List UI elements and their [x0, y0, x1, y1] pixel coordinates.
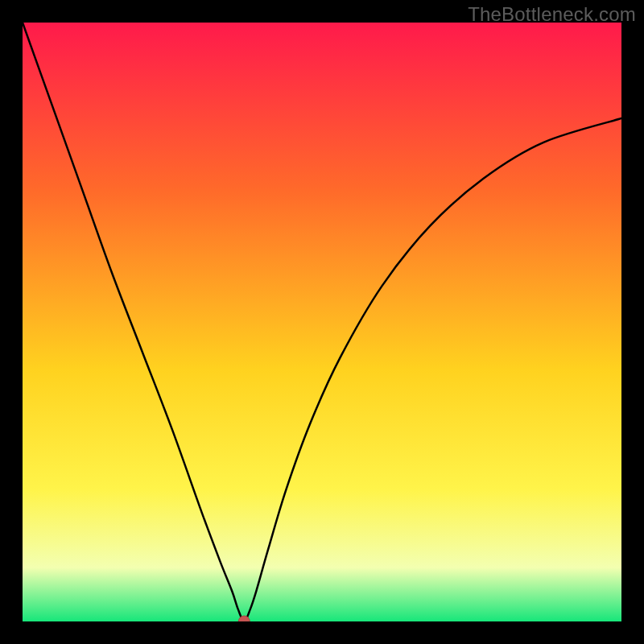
gradient-background — [23, 23, 621, 621]
chart-svg — [23, 23, 621, 621]
chart-frame: TheBottleneck.com — [0, 0, 644, 644]
plot-area — [23, 23, 621, 621]
watermark-text: TheBottleneck.com — [468, 3, 636, 26]
